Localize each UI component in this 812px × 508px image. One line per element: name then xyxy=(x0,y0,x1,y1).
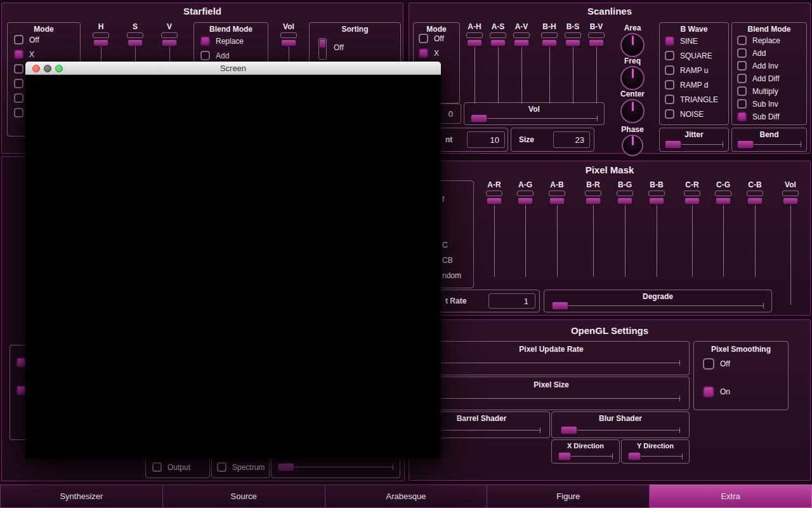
spectrum-option[interactable]: Spectrum xyxy=(217,462,265,472)
slider-handle[interactable] xyxy=(586,197,601,204)
slider-c-g[interactable]: C-G xyxy=(710,180,736,281)
slider-handle[interactable] xyxy=(684,197,700,204)
slider-handle[interactable] xyxy=(589,39,604,46)
mode-checkbox[interactable] xyxy=(14,108,23,117)
bwave-option[interactable]: SQUARE xyxy=(665,50,712,61)
smoothing-off-checkbox[interactable] xyxy=(703,358,714,370)
slider-handle[interactable] xyxy=(281,39,296,46)
slider-handle[interactable] xyxy=(628,452,641,460)
slider-handle[interactable] xyxy=(467,39,482,46)
slider-handle[interactable] xyxy=(518,197,533,204)
smoothing-option-off[interactable]: Off xyxy=(703,358,730,369)
sorting-toggle-handle[interactable] xyxy=(320,39,325,48)
slider-handle[interactable] xyxy=(549,197,565,204)
bwave-checkbox[interactable] xyxy=(665,51,674,60)
blend-checkbox[interactable] xyxy=(200,51,210,60)
bwave-option[interactable]: TRIANGLE xyxy=(665,94,718,105)
slider-handle[interactable] xyxy=(747,197,763,204)
blend-option[interactable]: Add Inv xyxy=(737,60,778,71)
bwave-checkbox[interactable] xyxy=(665,36,674,46)
bwave-checkbox[interactable] xyxy=(665,109,674,119)
mode-checkbox[interactable] xyxy=(14,93,23,103)
slider-handle[interactable] xyxy=(128,39,143,46)
bwave-option[interactable]: RAMP u xyxy=(665,65,708,76)
bwave-option[interactable]: SINE xyxy=(665,36,698,46)
slider-b-v[interactable]: B-V xyxy=(584,22,608,107)
slider-handle[interactable] xyxy=(617,197,632,204)
size-value[interactable]: 23 xyxy=(553,131,590,148)
degrade-slider[interactable] xyxy=(552,300,764,311)
slider-handle[interactable] xyxy=(278,463,294,471)
jitter-slider[interactable] xyxy=(665,139,723,149)
hidden-option[interactable] xyxy=(16,357,26,368)
x-direction-slider[interactable] xyxy=(558,451,613,461)
slider-handle[interactable] xyxy=(490,39,506,46)
tab-source[interactable]: Source xyxy=(163,485,325,508)
count-value[interactable]: 10 xyxy=(467,131,505,148)
slider-handle[interactable] xyxy=(471,114,487,123)
mode-checkbox[interactable] xyxy=(14,35,23,44)
blend-checkbox[interactable] xyxy=(737,61,747,70)
blend-option[interactable]: Sub Inv xyxy=(737,98,778,109)
slider-handle[interactable] xyxy=(487,197,502,204)
slider-a-v[interactable]: A-V xyxy=(509,22,534,107)
slider-handle[interactable] xyxy=(162,39,177,46)
blend-option[interactable]: Add xyxy=(200,50,229,61)
slider-handle[interactable] xyxy=(93,39,108,46)
hidden-option[interactable] xyxy=(16,385,26,396)
spectrum-checkbox[interactable] xyxy=(217,462,226,472)
y-direction-slider[interactable] xyxy=(628,451,683,461)
slider-handle[interactable] xyxy=(783,197,798,204)
slider-a-r[interactable]: A-R xyxy=(481,180,507,281)
slider-a-g[interactable]: A-G xyxy=(513,180,538,281)
knob-dial[interactable] xyxy=(620,99,645,123)
knob-dial[interactable] xyxy=(620,33,645,57)
blend-option[interactable]: Replace xyxy=(737,35,780,46)
mode-option[interactable]: X xyxy=(419,48,439,58)
slider-handle[interactable] xyxy=(542,39,557,46)
blend-checkbox[interactable] xyxy=(737,112,747,121)
slider-handle[interactable] xyxy=(558,452,571,460)
blend-checkbox[interactable] xyxy=(737,48,747,58)
blend-option[interactable]: Multiply xyxy=(737,86,778,97)
rate-value[interactable]: 1 xyxy=(488,293,535,309)
slider-handle[interactable] xyxy=(716,197,731,204)
slider-b-g[interactable]: B-G xyxy=(612,180,638,281)
blend-checkbox[interactable] xyxy=(737,99,747,109)
knob-dial[interactable] xyxy=(620,66,645,90)
blend-option[interactable]: Sub Diff xyxy=(737,111,779,122)
slider-b-r[interactable]: B-R xyxy=(580,180,606,281)
slider-a-b[interactable]: A-B xyxy=(544,180,570,281)
knob-phase[interactable]: Phase xyxy=(617,125,648,156)
knob-center[interactable]: Center xyxy=(617,90,648,123)
scanlines-vol-slider[interactable] xyxy=(471,113,598,123)
slider-handle[interactable] xyxy=(514,39,529,46)
slider-handle[interactable] xyxy=(565,39,580,46)
slider-c-r[interactable]: C-R xyxy=(679,180,705,281)
tab-figure[interactable]: Figure xyxy=(487,485,650,508)
pixel-size-slider[interactable] xyxy=(422,392,680,404)
smoothing-on-checkbox[interactable] xyxy=(703,386,714,398)
mode-checkbox[interactable] xyxy=(14,79,23,88)
slider-handle[interactable] xyxy=(737,140,754,149)
mode-option[interactable]: Off xyxy=(419,33,444,44)
mode-checkbox[interactable] xyxy=(14,64,23,74)
slider-handle[interactable] xyxy=(561,426,577,434)
blend-option[interactable]: Add xyxy=(737,48,766,58)
mode-option[interactable]: Off xyxy=(14,34,39,45)
bwave-checkbox[interactable] xyxy=(665,80,674,90)
slider-handle[interactable] xyxy=(552,302,568,310)
mode-checkbox[interactable] xyxy=(419,34,428,43)
mode-checkbox[interactable] xyxy=(14,50,23,59)
slider-b-h[interactable]: B-H xyxy=(537,22,561,107)
smoothing-option-on[interactable]: On xyxy=(703,386,730,397)
slider-a-h[interactable]: A-H xyxy=(462,22,487,107)
window-titlebar[interactable]: Screen xyxy=(25,62,441,75)
slider-handle[interactable] xyxy=(649,197,664,204)
slider-mask-vol[interactable]: Vol xyxy=(778,180,803,309)
slider-a-s[interactable]: A-S xyxy=(486,22,510,107)
mode-checkbox[interactable] xyxy=(419,48,428,58)
slider-c-b[interactable]: C-B xyxy=(742,180,768,281)
blend-checkbox[interactable] xyxy=(737,74,747,83)
tab-synthesizer[interactable]: Synthesizer xyxy=(0,485,163,508)
